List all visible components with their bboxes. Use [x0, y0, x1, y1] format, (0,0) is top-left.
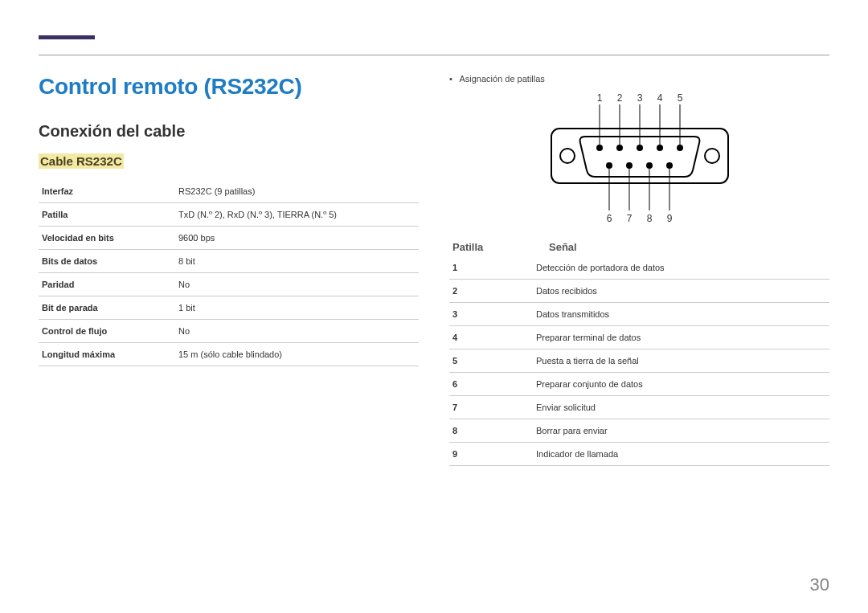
- svg-point-14: [626, 162, 633, 169]
- right-column: • Asignación de patillas 1 2 3 4 5: [449, 74, 829, 466]
- table-row: 8Borrar para enviar: [449, 419, 829, 443]
- pin-label: 8: [646, 213, 652, 224]
- table-row: InterfazRS232C (9 patillas): [39, 180, 419, 203]
- pin-number: 4: [449, 326, 533, 349]
- table-row: 6Preparar conjunto de datos: [449, 373, 829, 396]
- table-row: 3Datos transmitidos: [449, 303, 829, 326]
- bullet-text: Asignación de patillas: [459, 74, 544, 84]
- spec-value: 15 m (sólo cable blindado): [175, 343, 419, 366]
- pin-number: 3: [449, 303, 533, 326]
- pin-number: 1: [449, 256, 533, 280]
- svg-point-16: [666, 162, 673, 169]
- svg-point-7: [705, 149, 719, 163]
- spec-value: TxD (N.º 2), RxD (N.º 3), TIERRA (N.º 5): [175, 203, 419, 227]
- pin-signal: Datos recibidos: [533, 280, 829, 303]
- svg-point-8: [596, 145, 603, 151]
- table-row: Velocidad en bits9600 bps: [39, 227, 419, 250]
- spec-value: RS232C (9 patillas): [175, 180, 419, 203]
- table-row: Longitud máxima15 m (sólo cable blindado…: [39, 343, 419, 366]
- spec-key: Bit de parada: [39, 296, 175, 320]
- svg-point-11: [657, 145, 663, 151]
- pin-number: 9: [449, 443, 533, 466]
- pin-number: 7: [449, 396, 533, 419]
- subsection-heading: Cable RS232C: [39, 153, 124, 169]
- table-row: 2Datos recibidos: [449, 280, 829, 303]
- left-column: Control remoto (RS232C) Conexión del cab…: [39, 74, 419, 466]
- pin-label: 2: [616, 92, 622, 104]
- spec-key: Interfaz: [39, 180, 175, 203]
- bullet-icon: •: [449, 74, 457, 84]
- spec-key: Control de flujo: [39, 320, 175, 343]
- db9-connector-icon: 1 2 3 4 5: [535, 90, 744, 227]
- pin-signal: Puesta a tierra de la señal: [533, 349, 829, 373]
- pin-signal: Indicador de llamada: [533, 443, 829, 466]
- spec-table: InterfazRS232C (9 patillas) PatillaTxD (…: [39, 180, 419, 366]
- svg-point-9: [616, 145, 623, 151]
- pin-label: 9: [666, 213, 672, 224]
- spec-value: No: [175, 320, 419, 343]
- pin-signal: Preparar conjunto de datos: [533, 373, 829, 396]
- pin-number: 2: [449, 280, 533, 303]
- pin-signal: Datos transmitidos: [533, 303, 829, 326]
- pin-number: 5: [449, 349, 533, 373]
- pin-label: 6: [606, 213, 612, 224]
- page: Control remoto (RS232C) Conexión del cab…: [0, 0, 868, 613]
- table-row: ParidadNo: [39, 273, 419, 296]
- table-row: 5Puesta a tierra de la señal: [449, 349, 829, 373]
- pin-label: 7: [626, 213, 632, 224]
- pin-signal: Borrar para enviar: [533, 419, 829, 443]
- pin-table-header: Patilla Señal: [452, 241, 829, 253]
- table-row: 9Indicador de llamada: [449, 443, 829, 466]
- table-row: Bit de parada1 bit: [39, 296, 419, 320]
- spec-key: Bits de datos: [39, 250, 175, 273]
- section-heading: Conexión del cable: [39, 122, 419, 141]
- two-column-layout: Control remoto (RS232C) Conexión del cab…: [39, 74, 829, 466]
- table-row: 7Enviar solicitud: [449, 396, 829, 419]
- pin-label: 1: [596, 92, 602, 104]
- page-number: 30: [810, 574, 829, 595]
- chapter-tab: [39, 35, 95, 55]
- top-rule: [39, 55, 829, 55]
- svg-point-12: [677, 145, 683, 151]
- bullet-heading: • Asignación de patillas: [449, 74, 829, 84]
- pin-table: 1Detección de portadora de datos 2Datos …: [449, 256, 829, 466]
- pin-number: 8: [449, 419, 533, 443]
- header-signal: Señal: [549, 241, 577, 253]
- page-title: Control remoto (RS232C): [39, 74, 419, 100]
- spec-key: Paridad: [39, 273, 175, 296]
- pin-label: 4: [657, 92, 662, 104]
- svg-point-10: [637, 145, 643, 151]
- spec-key: Longitud máxima: [39, 343, 175, 366]
- svg-point-15: [646, 162, 653, 169]
- spec-value: No: [175, 273, 419, 296]
- svg-point-13: [606, 162, 612, 169]
- spec-value: 1 bit: [175, 296, 419, 320]
- db9-diagram: 1 2 3 4 5: [449, 90, 829, 230]
- table-row: 1Detección de portadora de datos: [449, 256, 829, 280]
- spec-key: Velocidad en bits: [39, 227, 175, 250]
- pin-signal: Preparar terminal de datos: [533, 326, 829, 349]
- spec-key: Patilla: [39, 203, 175, 227]
- table-row: Bits de datos8 bit: [39, 250, 419, 273]
- pin-signal: Enviar solicitud: [533, 396, 829, 419]
- pin-label: 3: [637, 92, 642, 104]
- header-pin: Patilla: [452, 241, 501, 253]
- svg-point-6: [560, 149, 575, 163]
- table-row: PatillaTxD (N.º 2), RxD (N.º 3), TIERRA …: [39, 203, 419, 227]
- table-row: Control de flujoNo: [39, 320, 419, 343]
- pin-label: 5: [677, 92, 682, 104]
- pin-signal: Detección de portadora de datos: [533, 256, 829, 280]
- spec-value: 8 bit: [175, 250, 419, 273]
- pin-number: 6: [449, 373, 533, 396]
- table-row: 4Preparar terminal de datos: [449, 326, 829, 349]
- spec-value: 9600 bps: [175, 227, 419, 250]
